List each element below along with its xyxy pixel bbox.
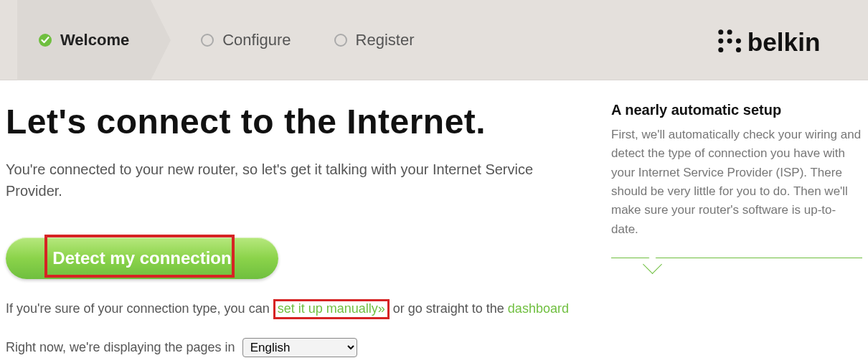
circle-icon: [334, 34, 347, 47]
step-register-label: Register: [356, 31, 415, 50]
dashboard-link[interactable]: dashboard: [508, 301, 569, 316]
page-content: Let's connect to the Internet. You're co…: [0, 80, 868, 363]
svg-point-4: [736, 39, 741, 44]
svg-point-3: [727, 39, 732, 44]
svg-point-5: [719, 47, 724, 52]
check-icon: [39, 34, 52, 47]
manual-setup-link[interactable]: set it up manually»: [278, 301, 385, 316]
side-column: A nearly automatic setup First, we'll au…: [597, 102, 862, 357]
step-configure[interactable]: Configure: [151, 0, 312, 80]
wizard-header: Welcome Configure Register belkin: [0, 0, 868, 80]
divider-notch: [611, 258, 862, 258]
step-welcome[interactable]: Welcome: [17, 0, 151, 80]
sub-mid: or go straight to the: [393, 301, 508, 316]
svg-point-2: [719, 39, 724, 44]
side-body: First, we'll automatically check your wi…: [611, 126, 862, 239]
annotation-highlight: set it up manually»: [273, 299, 390, 319]
circle-icon: [201, 34, 214, 47]
step-welcome-label: Welcome: [60, 31, 129, 50]
step-register[interactable]: Register: [313, 0, 436, 80]
wizard-steps: Welcome Configure Register: [17, 0, 436, 80]
svg-point-1: [727, 29, 732, 34]
svg-text:belkin: belkin: [747, 28, 821, 56]
detect-button-container: Detect my connection: [6, 237, 278, 279]
side-title: A nearly automatic setup: [611, 102, 862, 118]
sub-pre: If you're sure of your connection type, …: [6, 301, 273, 316]
alternative-text: If you're sure of your connection type, …: [6, 299, 597, 319]
svg-point-0: [719, 29, 724, 34]
language-select[interactable]: English: [242, 338, 357, 357]
language-label: Right now, we're displaying the pages in: [6, 340, 235, 355]
page-title: Let's connect to the Internet.: [6, 102, 597, 141]
svg-point-6: [736, 47, 741, 52]
main-column: Let's connect to the Internet. You're co…: [6, 102, 597, 357]
intro-text: You're connected to your new router, so …: [6, 159, 551, 202]
brand-logo: belkin: [714, 26, 854, 57]
step-configure-label: Configure: [222, 31, 291, 50]
language-row: Right now, we're displaying the pages in…: [6, 338, 597, 357]
detect-connection-button[interactable]: Detect my connection: [6, 237, 278, 279]
